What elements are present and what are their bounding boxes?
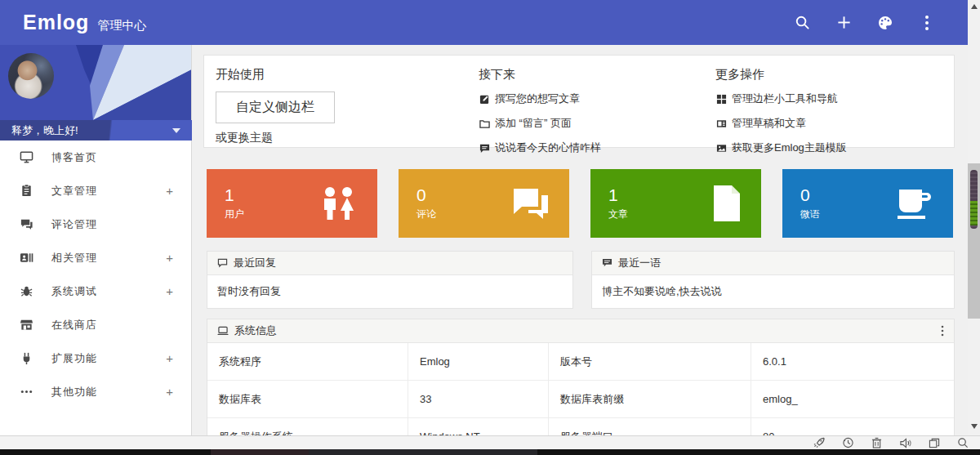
store-icon (20, 318, 33, 332)
stat-label: 微语 (800, 207, 820, 221)
sidebar-item-extensions[interactable]: 扩展功能 + (0, 341, 191, 375)
system-info-header: 系统信息 (207, 319, 954, 343)
edit-icon (479, 93, 490, 105)
customize-sidebar-button[interactable]: 自定义侧边栏 (216, 91, 335, 123)
sidebar-item-label: 评论管理 (51, 217, 97, 232)
manage-widgets-link[interactable]: 管理边栏小工具和导航 (715, 91, 949, 106)
add-icon[interactable] (835, 15, 852, 31)
expand-plus: + (166, 351, 173, 365)
sidebar-item-system-debug[interactable]: 系统调试 + (0, 274, 191, 308)
stat-label: 文章 (608, 207, 628, 221)
mini-panels: 最近回复 暂时没有回复 最近一语 博主不知要说啥,快去说说 (207, 251, 955, 309)
table-cell: Emlog (408, 343, 549, 380)
taskbar-segment (211, 449, 309, 455)
zoom-icon[interactable] (956, 437, 969, 448)
sidebar: 释梦，晚上好! 博客首页 + 文章管理 + (0, 45, 192, 435)
stat-text: 0 微语 (800, 185, 820, 221)
manage-drafts-link[interactable]: 管理草稿和文章 (715, 116, 949, 131)
windows-icon[interactable] (928, 437, 940, 448)
sidebar-item-related-manage[interactable]: 相关管理 + (0, 241, 191, 274)
change-theme-link[interactable]: 或更换主题 (216, 131, 467, 145)
volume-icon[interactable] (899, 437, 911, 448)
newspaper-icon (715, 118, 727, 129)
stat-value: 1 (225, 185, 244, 205)
table-row: 数据库表 33 数据库表前缀 emlog_ (207, 381, 954, 418)
expand-plus: + (166, 251, 173, 265)
sidebar-item-other[interactable]: 其他功能 + (0, 375, 191, 408)
link-label: 管理草稿和文章 (732, 116, 806, 131)
next-steps-column: 接下来 撰写您的想写文章 添加 “留言” 页面 (467, 56, 704, 147)
welcome-panel: 开始使用 自定义侧边栏 或更换主题 接下来 撰写您的想写文章 添加 “留言” 页… (203, 55, 955, 148)
rocket-icon[interactable] (813, 437, 826, 448)
expand-plus: + (166, 284, 173, 298)
search-icon[interactable] (794, 15, 810, 31)
image-icon (715, 142, 727, 154)
file-icon (710, 184, 743, 223)
topbar-actions (794, 15, 947, 31)
vertical-scrollbar[interactable] (968, 0, 980, 435)
scroll-up-arrow[interactable] (968, 0, 980, 12)
table-cell: 系统程序 (207, 343, 408, 380)
chevron-down-icon (172, 128, 180, 133)
write-article-link[interactable]: 撰写您的想写文章 (479, 91, 704, 106)
palette-icon[interactable] (877, 15, 893, 31)
getting-started-column: 开始使用 自定义侧边栏 或更换主题 (204, 56, 467, 147)
triangle-down-icon (971, 424, 978, 429)
sidebar-item-article-manage[interactable]: 文章管理 + (0, 174, 191, 207)
link-label: 说说看今天的心情咋样 (495, 141, 601, 155)
table-cell: 80 (751, 418, 954, 435)
comments-icon (20, 217, 33, 231)
add-guestbook-page-link[interactable]: 添加 “留言” 页面 (479, 116, 704, 131)
clipboard-icon (20, 184, 33, 198)
bug-icon (20, 284, 33, 298)
recent-tweet-panel: 最近一语 博主不知要说啥,快去说说 (591, 251, 955, 309)
post-mood-link[interactable]: 说说看今天的心情咋样 (479, 141, 704, 155)
recent-replies-body: 暂时没有回复 (207, 275, 572, 308)
comment-icon (479, 142, 490, 154)
sidebar-item-online-store[interactable]: 在线商店 + (0, 308, 191, 341)
panel-title: 系统信息 (234, 323, 277, 338)
stat-card-tweets[interactable]: 0 微语 (782, 169, 953, 238)
recent-replies-header: 最近回复 (207, 252, 572, 275)
users-icon (317, 185, 359, 222)
plug-icon (20, 351, 33, 365)
scrollbar-marker (970, 170, 978, 229)
grid-icon (715, 93, 727, 105)
scroll-down-arrow[interactable] (968, 420, 980, 432)
main-content: 开始使用 自定义侧边栏 或更换主题 接下来 撰写您的想写文章 添加 “留言” 页… (193, 45, 968, 435)
stat-value: 0 (416, 185, 436, 205)
get-themes-link[interactable]: 获取更多Emlog主题模版 (715, 141, 949, 155)
greeting-bar[interactable]: 释梦，晚上好! (0, 120, 192, 141)
stat-card-articles[interactable]: 1 文章 (590, 169, 761, 238)
sidebar-item-label: 博客首页 (51, 150, 97, 165)
panel-title: 最近回复 (234, 256, 276, 270)
trash-icon[interactable] (871, 437, 883, 448)
brand: Emlog 管理中心 (23, 11, 146, 34)
scrollbar-thumb[interactable] (968, 163, 980, 319)
more-icon[interactable] (919, 15, 935, 31)
sidebar-item-comment-manage[interactable]: 评论管理 + (0, 207, 191, 241)
sidebar-item-label: 文章管理 (51, 184, 97, 199)
comments-icon (510, 185, 551, 221)
table-cell: 服务器操作系统 (207, 418, 408, 435)
address-card-icon (20, 251, 33, 265)
link-label: 管理边栏小工具和导航 (732, 91, 838, 106)
next-steps-title: 接下来 (479, 67, 704, 83)
stat-value: 0 (800, 185, 820, 205)
sidebar-item-label: 在线商店 (51, 318, 97, 332)
taskbar-edge (0, 449, 980, 455)
stat-card-comments[interactable]: 0 评论 (399, 169, 569, 238)
panel-more-icon[interactable] (941, 325, 944, 337)
link-label: 获取更多Emlog主题模版 (732, 141, 847, 155)
history-icon[interactable] (842, 437, 854, 448)
triangle-up-icon (971, 4, 978, 9)
user-avatar[interactable] (8, 53, 54, 99)
stat-text: 0 评论 (416, 185, 436, 221)
sidebar-item-blog-home[interactable]: 博客首页 + (0, 141, 191, 174)
table-row: 服务器操作系统 Windows NT 服务器端口 80 (207, 418, 954, 435)
getting-started-title: 开始使用 (216, 67, 467, 83)
recent-replies-panel: 最近回复 暂时没有回复 (207, 251, 573, 309)
comment-outline-icon (217, 258, 228, 268)
stat-card-users[interactable]: 1 用户 (207, 169, 377, 238)
table-cell: 33 (408, 381, 549, 417)
